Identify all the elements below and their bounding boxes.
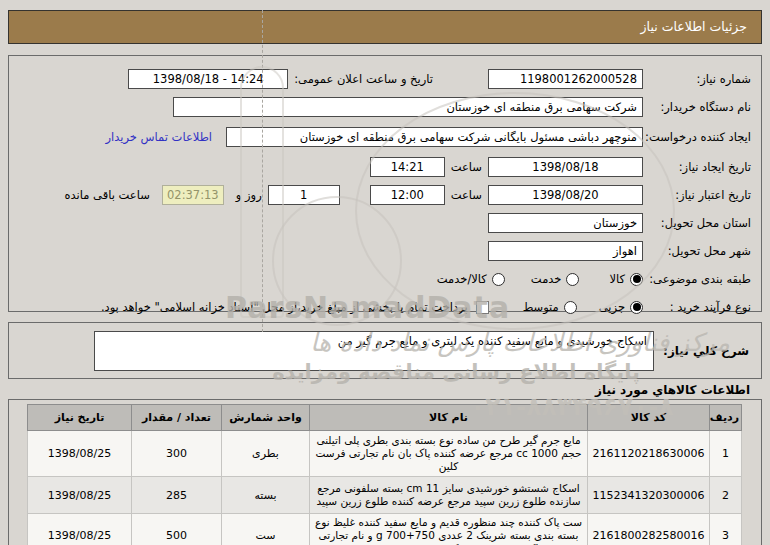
minor-radio-label: جزیی xyxy=(599,300,625,314)
item-name: اسکاج شستشو خورشیدی سایز 11 cm بسته سلفو… xyxy=(310,477,588,514)
remaining-days-label: روز و xyxy=(236,188,262,202)
province-row: استان محل تحویل: خوزستان xyxy=(17,212,751,234)
category-row: طبقه بندی موضوعی: کالا خدمت کالا/خدمت xyxy=(17,268,751,290)
description-field[interactable]: اسکاج خورشیدی و مایع سفید کننده یک لیتری… xyxy=(94,331,654,371)
need-number-label: شماره نیاز: xyxy=(643,73,751,86)
row-number: 2 xyxy=(710,477,742,514)
item-unit: بسته xyxy=(222,477,310,514)
announce-label: تاریخ و ساعت اعلان عمومی: xyxy=(294,72,433,86)
province-field[interactable]: خوزستان xyxy=(488,213,643,233)
table-row: 3 2161800282580016 ست پاک کننده چند منظو… xyxy=(28,514,742,545)
province-label: استان محل تحویل: xyxy=(643,217,751,230)
expiry-date-field[interactable]: 1398/08/20 xyxy=(488,185,643,205)
treasury-note: پرداخت تمام یا بخشی از مبلغ خرید،از محل … xyxy=(101,300,468,314)
category-option-service[interactable]: خدمت xyxy=(531,272,580,286)
creator-label: ایجاد کننده درخواست: xyxy=(643,131,751,144)
city-field[interactable]: اهواز xyxy=(488,241,643,261)
need-details-page: { "page": { "title_bar": "جزئیات اطلاعات… xyxy=(0,0,770,545)
service-radio[interactable] xyxy=(566,273,579,286)
row-number: 3 xyxy=(710,514,742,545)
item-code: 2161800282580016 xyxy=(588,514,710,545)
items-table-header: ردیف کد کالا نام کالا واحد شمارش تعداد /… xyxy=(28,405,742,431)
item-name: ست پاک کننده چند منظوره قدیم و مایع سفید… xyxy=(310,514,588,545)
need-info-panel: شماره نیاز: 1198001262000528 تاریخ و ساع… xyxy=(8,55,762,312)
created-time-field[interactable]: 14:21 xyxy=(370,157,445,177)
medium-radio-label: متوسط xyxy=(523,300,559,314)
item-qty: 500 xyxy=(132,514,222,545)
expiry-time-label: ساعت xyxy=(451,188,482,202)
category-option-goods[interactable]: کالا xyxy=(609,272,643,286)
col-quantity: تعداد / مقدار xyxy=(132,405,222,431)
col-item-name: نام کالا xyxy=(310,405,588,431)
items-table: ردیف کد کالا نام کالا واحد شمارش تعداد /… xyxy=(27,404,742,545)
col-unit: واحد شمارش xyxy=(222,405,310,431)
created-date-row: تاریخ ایجاد نیاز: 1398/08/18 ساعت 14:21 xyxy=(17,156,751,178)
item-unit: ست xyxy=(222,514,310,545)
item-code: 2161120218630006 xyxy=(588,431,710,477)
minor-radio[interactable] xyxy=(630,301,643,314)
city-label: شهر محل تحویل: xyxy=(643,245,751,258)
goods-service-radio-label: کالا/خدمت xyxy=(437,272,487,286)
remaining-days-field[interactable]: 1 xyxy=(268,185,340,205)
created-time-label: ساعت xyxy=(451,160,482,174)
description-label: شرح کلي نیاز: xyxy=(654,344,749,358)
item-date: 1398/08/25 xyxy=(28,477,132,514)
need-number-field[interactable]: 1198001262000528 xyxy=(488,69,643,89)
general-description-panel: شرح کلي نیاز: اسکاج خورشیدی و مایع سفید … xyxy=(8,322,762,379)
city-row: شهر محل تحویل: اهواز xyxy=(17,240,751,262)
item-code: 1152341320300006 xyxy=(588,477,710,514)
table-row: 1 2161120218630006 مایع جرم گیر طرح من س… xyxy=(28,431,742,477)
table-row: 2 1152341320300006 اسکاج شستشو خورشیدی س… xyxy=(28,477,742,514)
col-need-date: تاریخ نیاز xyxy=(28,405,132,431)
buyer-org-label: نام دستگاه خریدار: xyxy=(643,101,751,114)
item-unit: بطری xyxy=(222,431,310,477)
creator-field[interactable]: منوچهر دباشی مسئول بایگانی شرکت سهامی بر… xyxy=(226,127,643,147)
expiry-date-row: تاریخ اعتبار نیاز: 1398/08/20 ساعت 12:00… xyxy=(17,184,751,206)
item-name: مایع جرم گیر طرح من ساده نوع بسته بندی ب… xyxy=(310,431,588,477)
countdown-timer: 02:37:13 xyxy=(162,185,224,205)
medium-radio[interactable] xyxy=(564,301,577,314)
creator-row: ایجاد کننده درخواست: منوچهر دباشی مسئول … xyxy=(17,124,751,150)
page-title: جزئیات اطلاعات نیاز xyxy=(8,10,762,44)
treasury-checkbox[interactable] xyxy=(476,301,489,314)
item-qty: 300 xyxy=(132,431,222,477)
category-option-goods-service[interactable]: کالا/خدمت xyxy=(437,272,505,286)
need-number-row: شماره نیاز: 1198001262000528 تاریخ و ساع… xyxy=(17,68,751,90)
created-date-label: تاریخ ایجاد نیاز: xyxy=(643,161,751,174)
item-qty: 285 xyxy=(132,477,222,514)
buyer-org-row: نام دستگاه خریدار: شرکت سهامی برق منطقه … xyxy=(17,96,751,118)
goods-radio[interactable] xyxy=(630,273,643,286)
service-radio-label: خدمت xyxy=(531,272,562,286)
col-row-number: ردیف xyxy=(710,405,742,431)
row-number: 1 xyxy=(710,431,742,477)
category-label: طبقه بندی موضوعی: xyxy=(643,273,751,286)
expiry-time-field[interactable]: 12:00 xyxy=(370,185,445,205)
remaining-hours-label: ساعت باقی مانده xyxy=(65,188,150,202)
item-date: 1398/08/25 xyxy=(28,431,132,477)
buyer-org-field[interactable]: شرکت سهامی برق منطقه ای خوزستان xyxy=(173,97,643,117)
buyer-contact-link[interactable]: اطلاعات تماس خریدار xyxy=(105,130,212,144)
items-panel: ردیف کد کالا نام کالا واحد شمارش تعداد /… xyxy=(8,399,762,545)
expiry-date-label: تاریخ اعتبار نیاز: xyxy=(643,189,751,202)
items-section-title: اطلاعات کالاهاي مورد نیاز xyxy=(595,383,750,397)
process-type-label: نوع فرآیند خرید : xyxy=(643,301,751,314)
goods-service-radio[interactable] xyxy=(492,273,505,286)
process-type-row: نوع فرآیند خرید : جزیی متوسط پرداخت تمام… xyxy=(17,296,751,318)
created-date-field[interactable]: 1398/08/18 xyxy=(488,157,643,177)
announce-datetime-field[interactable]: 1398/08/18 - 14:24 xyxy=(128,69,288,89)
process-option-medium[interactable]: متوسط xyxy=(523,300,577,314)
process-option-minor[interactable]: جزیی xyxy=(599,300,643,314)
goods-radio-label: کالا xyxy=(609,272,625,286)
item-date: 1398/08/25 xyxy=(28,514,132,545)
col-item-code: کد کالا xyxy=(588,405,710,431)
